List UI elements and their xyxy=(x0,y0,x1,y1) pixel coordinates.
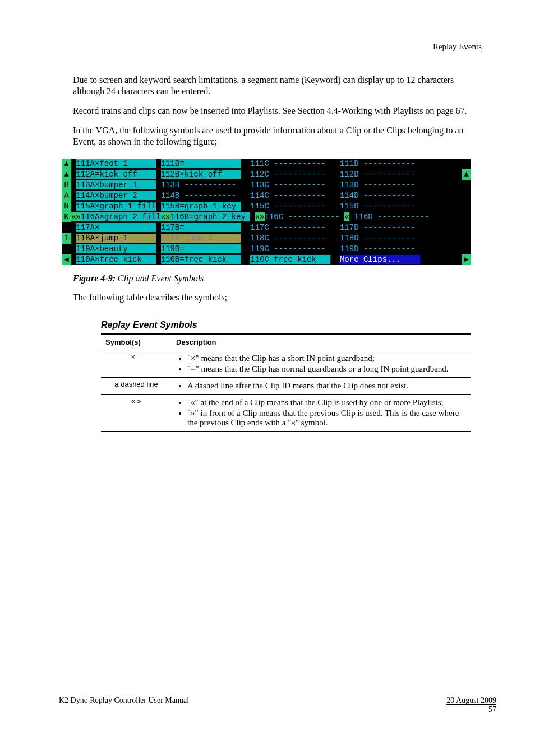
footer-left: K2 Dyno Replay Controller User Manual xyxy=(59,696,189,714)
footer-date: 20 August 2009 xyxy=(446,696,496,705)
header-right: Replay Events xyxy=(433,42,482,52)
table-title: Replay Event Symbols xyxy=(101,320,482,330)
footer: K2 Dyno Replay Controller User Manual 20… xyxy=(59,696,496,714)
paragraph-4: The following table describes the symbol… xyxy=(73,292,482,303)
clip-terminal: ▲ 111A×foot 1 111B= 111C ----------- 111… xyxy=(62,159,471,265)
footer-page: 57 xyxy=(488,705,496,713)
symbols-table: Symbol(s) Description × ="×" means that … xyxy=(101,333,471,432)
paragraph-2: Record trains and clips can now be inser… xyxy=(73,105,482,117)
figure-caption: Figure 4-9: Clip and Event Symbols xyxy=(73,273,482,284)
paragraph-3: In the VGA, the following symbols are us… xyxy=(73,125,482,147)
col-description: Description xyxy=(172,334,471,350)
paragraph-1: Due to screen and keyword search limitat… xyxy=(73,75,482,97)
col-symbol: Symbol(s) xyxy=(101,334,172,350)
